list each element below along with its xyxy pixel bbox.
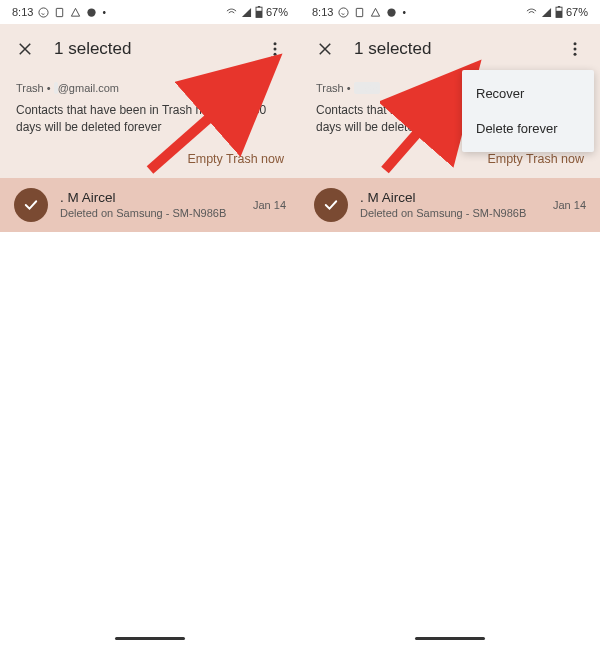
svg-point-18 — [574, 53, 577, 56]
close-selection-button[interactable] — [8, 32, 42, 66]
svg-point-12 — [388, 8, 396, 16]
triangle-icon — [370, 7, 381, 18]
note-icon — [54, 7, 65, 18]
selection-count-title: 1 selected — [54, 39, 246, 59]
svg-rect-11 — [357, 8, 363, 16]
status-bar: 8:13 • 67% — [300, 0, 600, 24]
breadcrumb: Trash • @gmail.com — [16, 82, 284, 94]
screenshot-left: 8:13 • 67% 1 selected Trash • @gmail.com… — [0, 0, 300, 646]
contact-name: . M Aircel — [60, 190, 241, 205]
battery-icon — [255, 6, 263, 18]
menu-item-delete-forever[interactable]: Delete forever — [462, 111, 594, 146]
android-nav-pill[interactable] — [115, 637, 185, 640]
wifi-icon — [525, 7, 538, 18]
status-left: 8:13 • — [12, 6, 106, 18]
empty-trash-button[interactable]: Empty Trash now — [0, 146, 300, 178]
note-icon — [354, 7, 365, 18]
svg-rect-4 — [256, 11, 262, 18]
contact-date: Jan 14 — [553, 199, 586, 211]
breadcrumb-sep: • — [344, 82, 354, 94]
account-redacted: k@g — [354, 82, 381, 94]
close-icon — [16, 40, 34, 58]
whatsapp-icon — [38, 7, 49, 18]
svg-rect-1 — [57, 8, 63, 16]
messenger-icon — [386, 7, 397, 18]
overflow-menu-button[interactable] — [258, 32, 292, 66]
whatsapp-icon — [338, 7, 349, 18]
trash-info-block: Trash • @gmail.com Contacts that have be… — [0, 74, 300, 146]
contact-deleted-on: Deleted on Samsung - SM-N986B — [60, 207, 241, 219]
status-time: 8:13 — [12, 6, 33, 18]
signal-icon — [241, 7, 252, 18]
check-icon — [322, 196, 340, 214]
battery-pct: 67% — [266, 6, 288, 18]
account-suffix: @gmail.com — [58, 82, 119, 94]
svg-rect-15 — [558, 6, 560, 7]
contact-info: . M Aircel Deleted on Samsung - SM-N986B — [60, 190, 241, 219]
selection-app-bar: 1 selected — [0, 24, 300, 74]
close-icon — [316, 40, 334, 58]
svg-point-10 — [339, 7, 348, 16]
svg-point-8 — [274, 53, 277, 56]
menu-item-recover[interactable]: Recover — [462, 76, 594, 111]
selection-check-circle[interactable] — [314, 188, 348, 222]
check-icon — [22, 196, 40, 214]
svg-point-2 — [88, 8, 96, 16]
svg-point-16 — [574, 42, 577, 45]
svg-point-6 — [274, 42, 277, 45]
more-vert-icon — [566, 40, 584, 58]
breadcrumb-folder: Trash — [316, 82, 344, 94]
trash-retention-text: Contacts that have been in Trash more th… — [16, 102, 284, 136]
contact-row-selected[interactable]: . M Aircel Deleted on Samsung - SM-N986B… — [0, 178, 300, 232]
status-time: 8:13 — [312, 6, 333, 18]
signal-icon — [541, 7, 552, 18]
battery-icon — [555, 6, 563, 18]
status-right: 67% — [225, 6, 288, 18]
contact-deleted-on: Deleted on Samsung - SM-N986B — [360, 207, 541, 219]
more-vert-icon — [266, 40, 284, 58]
status-right: 67% — [525, 6, 588, 18]
overflow-menu-button[interactable] — [558, 32, 592, 66]
status-left: 8:13 • — [312, 6, 406, 18]
messenger-icon — [86, 7, 97, 18]
contact-date: Jan 14 — [253, 199, 286, 211]
dot-icon: • — [102, 7, 106, 18]
breadcrumb-sep: • — [44, 82, 54, 94]
triangle-icon — [70, 7, 81, 18]
screenshot-right: 8:13 • 67% 1 selected Recover Delete for… — [300, 0, 600, 646]
android-nav-pill[interactable] — [415, 637, 485, 640]
selection-check-circle[interactable] — [14, 188, 48, 222]
contact-info: . M Aircel Deleted on Samsung - SM-N986B — [360, 190, 541, 219]
breadcrumb-folder: Trash — [16, 82, 44, 94]
svg-rect-14 — [556, 11, 562, 18]
contact-row-selected[interactable]: . M Aircel Deleted on Samsung - SM-N986B… — [300, 178, 600, 232]
svg-point-0 — [39, 7, 48, 16]
status-bar: 8:13 • 67% — [0, 0, 300, 24]
overflow-popup-menu: Recover Delete forever — [462, 70, 594, 152]
svg-point-7 — [274, 48, 277, 51]
wifi-icon — [225, 7, 238, 18]
selection-count-title: 1 selected — [354, 39, 546, 59]
svg-point-17 — [574, 48, 577, 51]
selection-app-bar: 1 selected Recover Delete forever — [300, 24, 600, 74]
contact-name: . M Aircel — [360, 190, 541, 205]
close-selection-button[interactable] — [308, 32, 342, 66]
battery-pct: 67% — [566, 6, 588, 18]
svg-rect-5 — [258, 6, 260, 7]
dot-icon: • — [402, 7, 406, 18]
